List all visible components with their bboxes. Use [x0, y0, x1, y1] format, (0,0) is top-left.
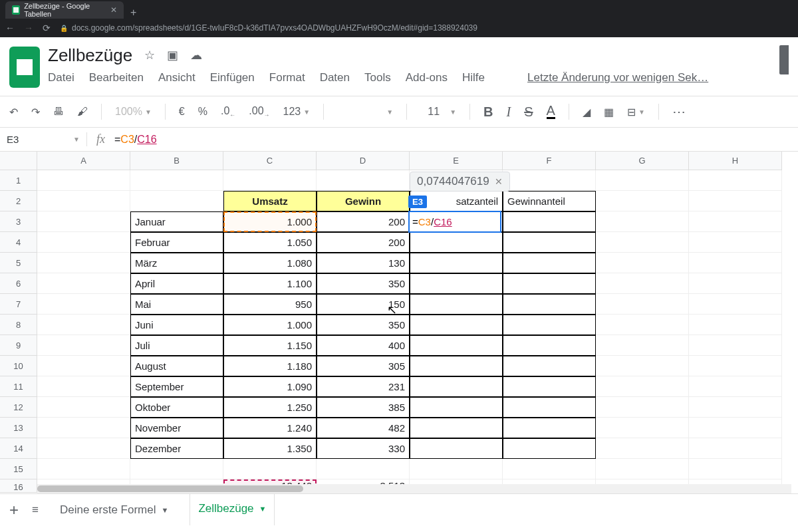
cell-E9[interactable]	[410, 335, 503, 356]
cell-C8[interactable]: 1.000	[223, 315, 317, 335]
cell-G9[interactable]	[596, 335, 689, 356]
cell-G6[interactable]	[596, 273, 689, 294]
row-header-14[interactable]: 14	[0, 438, 37, 459]
row-header-16[interactable]: 16	[0, 479, 37, 493]
cell-F14[interactable]	[503, 438, 596, 459]
active-cell-editor[interactable]: =C3/C16	[408, 211, 501, 233]
cell-A2[interactable]	[37, 191, 130, 211]
cell-G12[interactable]	[596, 397, 689, 418]
row-header-3[interactable]: 3	[0, 211, 37, 232]
cell-G7[interactable]	[596, 294, 689, 315]
strikethrough-button[interactable]: S	[524, 104, 533, 120]
cell-A8[interactable]	[37, 315, 130, 335]
cell-G11[interactable]	[596, 376, 689, 397]
cell-C6[interactable]: 1.100	[223, 273, 317, 294]
menu-hilfe[interactable]: Hilfe	[462, 71, 485, 84]
borders-icon[interactable]: ▦	[604, 106, 614, 118]
cell-E5[interactable]	[410, 253, 503, 273]
cell-A11[interactable]	[37, 376, 130, 397]
cell-H3[interactable]	[689, 211, 782, 232]
reload-icon[interactable]: ⟳	[43, 23, 51, 33]
cell-D4[interactable]: 200	[317, 232, 410, 253]
currency-format-icon[interactable]: €	[179, 106, 185, 118]
row-header-5[interactable]: 5	[0, 253, 37, 273]
close-tab-icon[interactable]: ✕	[110, 5, 117, 15]
cell-D1[interactable]	[317, 170, 410, 191]
cell-D10[interactable]: 305	[317, 356, 410, 376]
cell-H9[interactable]	[689, 335, 782, 356]
toolbar-overflow-icon[interactable]: ⋯	[672, 104, 687, 120]
cell-B3[interactable]: Januar	[130, 211, 223, 232]
select-all-corner[interactable]	[0, 152, 37, 170]
cell-F7[interactable]	[503, 294, 596, 315]
cell-A10[interactable]	[37, 356, 130, 376]
address-bar[interactable]: 🔒 docs.google.com/spreadsheets/d/1GE-twI…	[60, 23, 477, 33]
cell-D3[interactable]: 200	[317, 211, 410, 232]
bold-button[interactable]: B	[483, 104, 493, 120]
cell-B15[interactable]	[130, 459, 223, 479]
cell-C5[interactable]: 1.080	[223, 253, 317, 273]
cell-B2[interactable]	[130, 191, 223, 211]
column-header-g[interactable]: G	[596, 152, 689, 170]
spreadsheet-grid[interactable]: ABCDEFGH 12345678910111213141516 UmsatzG…	[0, 152, 798, 493]
cell-H1[interactable]	[689, 170, 782, 191]
cell-C4[interactable]: 1.050	[223, 232, 317, 253]
cell-F11[interactable]	[503, 376, 596, 397]
cell-A9[interactable]	[37, 335, 130, 356]
cell-F13[interactable]	[503, 418, 596, 438]
cell-C9[interactable]: 1.150	[223, 335, 317, 356]
cell-D9[interactable]: 400	[317, 335, 410, 356]
cell-B4[interactable]: Februar	[130, 232, 223, 253]
paint-format-icon[interactable]: 🖌	[77, 106, 88, 118]
cell-A7[interactable]	[37, 294, 130, 315]
menu-daten[interactable]: Daten	[320, 71, 350, 84]
cell-B13[interactable]: November	[130, 418, 223, 438]
italic-button[interactable]: I	[507, 104, 511, 120]
cell-A14[interactable]	[37, 438, 130, 459]
row-header-10[interactable]: 10	[0, 356, 37, 376]
cell-G14[interactable]	[596, 438, 689, 459]
cell-H14[interactable]	[689, 438, 782, 459]
column-header-a[interactable]: A	[37, 152, 130, 170]
cell-C12[interactable]: 1.250	[223, 397, 317, 418]
cell-H12[interactable]	[689, 397, 782, 418]
cell-G4[interactable]	[596, 232, 689, 253]
cell-A4[interactable]	[37, 232, 130, 253]
move-icon[interactable]: ▣	[167, 48, 178, 63]
cell-D13[interactable]: 482	[317, 418, 410, 438]
name-box[interactable]: E3▼	[0, 134, 86, 145]
cell-D8[interactable]: 350	[317, 315, 410, 335]
cell-H15[interactable]	[689, 459, 782, 479]
cell-F6[interactable]	[503, 273, 596, 294]
menu-bearbeiten[interactable]: Bearbeiten	[89, 71, 144, 84]
cell-D5[interactable]: 130	[317, 253, 410, 273]
close-preview-icon[interactable]: ✕	[495, 176, 503, 187]
cell-G3[interactable]	[596, 211, 689, 232]
merge-cells-button[interactable]: ⊟▼	[627, 106, 645, 118]
cell-E14[interactable]	[410, 438, 503, 459]
cell-E4[interactable]	[410, 232, 503, 253]
cell-E7[interactable]	[410, 294, 503, 315]
column-header-f[interactable]: F	[503, 152, 596, 170]
cell-G15[interactable]	[596, 459, 689, 479]
cell-F12[interactable]	[503, 397, 596, 418]
sheets-logo-icon[interactable]	[9, 47, 40, 88]
cell-D14[interactable]: 330	[317, 438, 410, 459]
last-edit-link[interactable]: Letzte Änderung vor wenigen Sek…	[527, 71, 708, 84]
cell-D11[interactable]: 231	[317, 376, 410, 397]
cell-A3[interactable]	[37, 211, 130, 232]
formula-bar[interactable]: =C3/C16	[114, 133, 157, 146]
row-header-15[interactable]: 15	[0, 459, 37, 479]
cell-H5[interactable]	[689, 253, 782, 273]
cell-F5[interactable]	[503, 253, 596, 273]
cell-B5[interactable]: März	[130, 253, 223, 273]
column-header-b[interactable]: B	[130, 152, 223, 170]
row-header-12[interactable]: 12	[0, 397, 37, 418]
sheet-tab-zellbezuege[interactable]: Zellbezüge▼	[190, 494, 274, 525]
row-header-11[interactable]: 11	[0, 376, 37, 397]
cell-C1[interactable]	[223, 170, 317, 191]
fill-color-icon[interactable]: ◢	[583, 106, 591, 118]
cell-G2[interactable]	[596, 191, 689, 211]
cell-H10[interactable]	[689, 356, 782, 376]
text-color-button[interactable]: A	[547, 104, 555, 119]
